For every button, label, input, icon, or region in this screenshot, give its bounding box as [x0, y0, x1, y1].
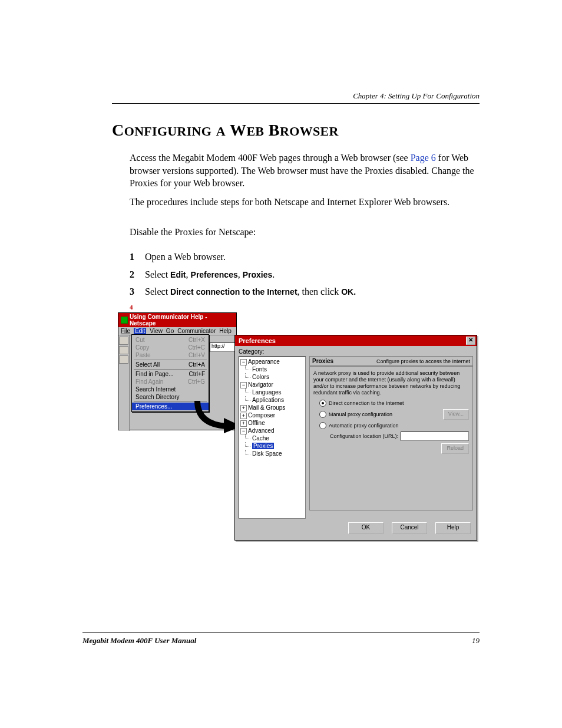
- menu-item-copy[interactable]: CopyCtrl+C: [132, 344, 209, 351]
- category-label: Category:: [239, 348, 473, 355]
- footer-manual-title: Megabit Modem 400F User Manual: [82, 636, 196, 645]
- config-location-label: Configuration location (URL):: [330, 433, 398, 439]
- view-button[interactable]: View...: [443, 409, 469, 420]
- panel-header: Proxies Configure proxies to access the …: [309, 356, 473, 366]
- step-1: 1 Open a Web browser.: [130, 251, 480, 263]
- radio-direct-connection[interactable]: Direct connection to the Internet: [313, 400, 469, 407]
- toolbar-button[interactable]: [119, 355, 128, 364]
- preferences-title: Preferences: [239, 337, 276, 344]
- menu-item-find-again[interactable]: Find AgainCtrl+G: [132, 378, 209, 386]
- header-rule: [112, 103, 480, 104]
- step-3: 3 Select Direct connection to the Intern…: [130, 285, 480, 298]
- toolbar-button[interactable]: [119, 337, 128, 345]
- preferences-titlebar[interactable]: Preferences ✕: [235, 335, 477, 346]
- proxies-panel: A network proxy is used to provide addit…: [309, 366, 473, 510]
- menu-communicator[interactable]: Communicator: [177, 328, 216, 334]
- menu-file[interactable]: File: [121, 328, 130, 334]
- netscape-vert-toolbar: [118, 335, 130, 431]
- close-button[interactable]: ✕: [466, 337, 475, 345]
- menu-edit[interactable]: Edit: [134, 328, 146, 334]
- ok-button[interactable]: OK: [348, 522, 384, 534]
- body-paragraph-3: Disable the Proxies for Netscape:: [130, 226, 480, 239]
- edit-menu-dropdown: CutCtrl+X CopyCtrl+C PasteCtrl+V Select …: [131, 334, 209, 412]
- menu-item-search-directory[interactable]: Search Directory: [132, 393, 209, 401]
- menu-item-select-all[interactable]: Select AllCtrl+A: [132, 361, 209, 368]
- menu-go[interactable]: Go: [166, 328, 174, 334]
- running-header: Chapter 4: Setting Up For Configuration: [353, 91, 480, 101]
- netscape-title: Using Communicator Help - Netscape: [130, 314, 234, 327]
- menu-item-cut[interactable]: CutCtrl+X: [132, 336, 209, 344]
- panel-description: A network proxy is used to provide addit…: [313, 370, 469, 396]
- radio-manual-proxy[interactable]: Manual proxy configuration View...: [313, 409, 469, 420]
- menu-item-find-in-page[interactable]: Find in Page...Ctrl+F: [132, 370, 209, 378]
- menu-help[interactable]: Help: [219, 328, 232, 334]
- menu-item-search-internet[interactable]: Search Internet: [132, 386, 209, 393]
- step-4: 4: [130, 303, 480, 312]
- section-title: CONFIGURING A WEB BROWSER: [112, 121, 480, 140]
- radio-automatic-proxy[interactable]: Automatic proxy configuration: [313, 422, 469, 429]
- tree-item-proxies[interactable]: Proxies: [240, 442, 304, 450]
- preferences-dialog: Preferences ✕ Category: −Appearance Font…: [234, 335, 477, 541]
- netscape-titlebar[interactable]: Using Communicator Help - Netscape: [118, 313, 236, 327]
- cancel-button[interactable]: Cancel: [392, 522, 427, 534]
- menu-view[interactable]: View: [150, 328, 163, 334]
- step-2: 2 Select Edit, Preferences, Proxies.: [130, 268, 480, 281]
- help-button[interactable]: Help: [435, 522, 471, 534]
- reload-button[interactable]: Reload: [441, 443, 469, 454]
- menu-item-paste[interactable]: PasteCtrl+V: [132, 351, 209, 359]
- toolbar-button[interactable]: [119, 346, 128, 354]
- body-paragraph-2: The procedures include steps for both Ne…: [130, 196, 480, 209]
- config-location-input[interactable]: [401, 431, 469, 441]
- footer-rule: [82, 632, 480, 633]
- netscape-window: Using Communicator Help - Netscape File …: [118, 312, 237, 430]
- mouse-cursor-icon: [204, 417, 210, 424]
- page-6-link[interactable]: Page 6: [411, 153, 436, 163]
- menu-item-preferences[interactable]: Preferences...: [132, 403, 209, 410]
- body-paragraph-1: Access the Megabit Modem 400F Web pages …: [130, 151, 480, 190]
- category-tree[interactable]: −Appearance Fonts Colors −Navigator Lang…: [239, 356, 306, 519]
- netscape-app-icon: [121, 317, 128, 324]
- footer-page-number: 19: [472, 636, 480, 645]
